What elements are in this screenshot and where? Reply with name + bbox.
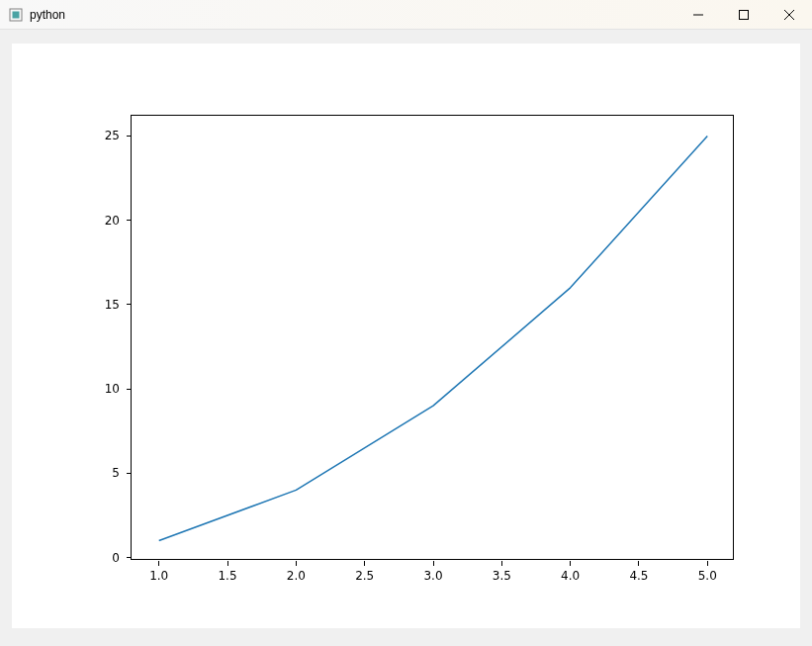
x-tick <box>501 561 502 566</box>
x-tick <box>296 561 297 566</box>
close-button[interactable] <box>767 0 812 29</box>
x-tick <box>570 561 571 566</box>
y-tick <box>127 473 132 474</box>
window-controls <box>676 0 812 29</box>
y-tick <box>127 557 132 558</box>
x-tick <box>433 561 434 566</box>
y-tick-label: 0 <box>90 551 120 565</box>
y-tick <box>127 220 132 221</box>
y-tick <box>127 136 132 137</box>
window-title: python <box>30 8 65 22</box>
x-tick-label: 4.0 <box>561 569 580 583</box>
svg-rect-1 <box>13 11 20 18</box>
x-tick-label: 2.0 <box>287 569 306 583</box>
x-tick-label: 1.5 <box>218 569 236 583</box>
y-tick-label: 25 <box>90 129 120 142</box>
x-tick <box>638 561 639 566</box>
y-tick-label: 10 <box>90 382 120 396</box>
x-tick <box>364 561 365 566</box>
maximize-button[interactable] <box>721 0 767 29</box>
y-tick <box>127 389 132 390</box>
y-tick-label: 15 <box>90 298 120 312</box>
titlebar[interactable]: python <box>0 0 812 30</box>
app-icon <box>8 7 24 23</box>
x-tick <box>227 561 228 566</box>
x-tick-label: 2.5 <box>355 569 374 583</box>
x-tick <box>707 561 708 566</box>
x-tick <box>158 561 159 566</box>
x-tick-label: 5.0 <box>698 569 717 583</box>
line-plot <box>132 116 733 559</box>
x-tick-label: 1.0 <box>149 569 168 583</box>
x-tick-label: 3.5 <box>493 569 511 583</box>
y-tick-label: 5 <box>90 466 120 480</box>
window-frame: python 1.01.52.02.53.03.54.04.5 <box>0 0 812 646</box>
figure-canvas[interactable]: 1.01.52.02.53.03.54.04.55.00510152025 <box>12 44 800 628</box>
y-tick-label: 20 <box>90 214 120 228</box>
x-tick-label: 4.5 <box>629 569 648 583</box>
plot-axes: 1.01.52.02.53.03.54.04.55.00510152025 <box>131 115 734 560</box>
content-area: 1.01.52.02.53.03.54.04.55.00510152025 <box>0 30 812 646</box>
x-tick-label: 3.0 <box>423 569 442 583</box>
svg-rect-3 <box>740 10 749 19</box>
y-tick <box>127 304 132 305</box>
minimize-button[interactable] <box>676 0 721 29</box>
